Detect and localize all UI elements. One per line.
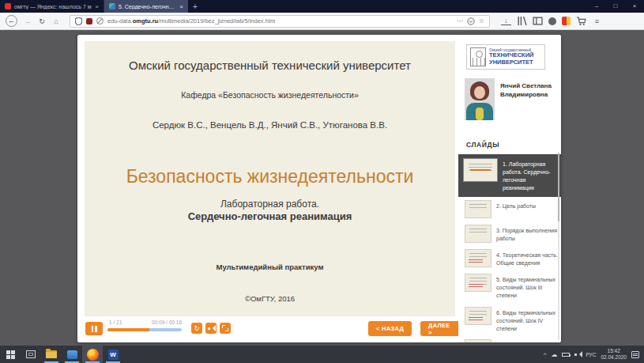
slide-thumbnail	[465, 225, 491, 243]
clock[interactable]: 15:42 02.04.2020	[601, 348, 627, 361]
screen: омгту — Яндекс: нашлось 7 м × 5. Сердечн…	[0, 0, 644, 363]
forward-button[interactable]: →	[21, 17, 35, 25]
tray-time: 15:42	[608, 348, 620, 354]
tab-title: 5. Сердечно-легочная реани...	[119, 4, 176, 9]
library-icon[interactable]	[517, 16, 527, 26]
windows-logo-icon	[6, 350, 15, 359]
tab-presentation[interactable]: 5. Сердечно-легочная реани... ×	[104, 0, 188, 13]
media-app-button[interactable]	[62, 346, 82, 363]
window-controls: – □ ×	[587, 0, 644, 13]
close-tab-icon[interactable]: ×	[95, 3, 99, 10]
progress-bar[interactable]	[107, 328, 182, 331]
audio-button[interactable]	[205, 323, 217, 334]
slide-item-7[interactable]: 7. Виды терминальных	[458, 336, 561, 342]
tracking-shield-icon[interactable]	[75, 17, 82, 25]
battery-icon[interactable]	[562, 353, 570, 357]
logo-line: УНИВЕРСИТЕТ	[489, 59, 533, 66]
start-button[interactable]	[0, 346, 21, 363]
prev-slide-button[interactable]: < НАЗАД	[368, 321, 412, 336]
time-display: 00:09 / 00:16	[147, 320, 182, 325]
downloads-icon[interactable]: ↓	[501, 17, 511, 25]
task-view-button[interactable]	[21, 346, 41, 363]
slide-thumbnail	[465, 274, 491, 292]
minimize-button[interactable]: –	[587, 0, 606, 13]
onedrive-cloud-icon[interactable]: ☁	[551, 351, 557, 358]
sidebar-scrollbar-thumb[interactable]	[558, 153, 559, 221]
cart-extension-icon[interactable]	[576, 16, 586, 26]
slides-sidebar: Омский государственный ТЕХНИЧЕСКИЙ УНИВЕ…	[458, 35, 561, 342]
slide-thumbnail	[465, 339, 491, 342]
speaker-icon	[208, 325, 214, 331]
browser-titlebar: омгту — Яндекс: нашлось 7 м × 5. Сердечн…	[0, 0, 644, 13]
tab-yandex-search[interactable]: омгту — Яндекс: нашлось 7 м ×	[0, 0, 104, 13]
maximize-button[interactable]: □	[606, 0, 625, 13]
slide-thumbnail	[465, 200, 491, 218]
back-button[interactable]: ←	[6, 15, 17, 27]
author-block: Янчий Светлана Владимировна	[465, 78, 561, 120]
close-tab-icon[interactable]: ×	[179, 3, 183, 10]
author-name: Янчий Светлана Владимировна	[500, 78, 554, 120]
copyright-label: ©ОмГТУ, 2016	[85, 294, 455, 303]
language-indicator[interactable]: РУС	[586, 352, 596, 357]
presentation-favicon-icon	[109, 3, 115, 9]
slide-item-3[interactable]: 3. Порядок выполнения работы	[458, 221, 561, 246]
home-button[interactable]: ⌂	[49, 17, 63, 25]
yandex-favicon-icon	[5, 3, 11, 9]
page-actions-icon[interactable]: ⋯	[457, 17, 463, 25]
player-progress-fill	[107, 328, 149, 331]
department-name: Кафедра «Безопасность жизнедеятельности»	[85, 90, 455, 100]
fullscreen-button[interactable]	[220, 323, 231, 334]
file-explorer-button[interactable]	[41, 346, 62, 363]
browser-toolbar: ← → ↻ ⌂ edu-data.omgtu.ru/multimedia/201…	[0, 13, 644, 30]
reload-button[interactable]: ↻	[35, 17, 49, 25]
extension-badge-icon[interactable]	[86, 18, 92, 25]
practicum-label: Мультимедийный практикум	[85, 263, 455, 271]
university-logo: Омский государственный ТЕХНИЧЕСКИЙ УНИВЕ…	[466, 44, 545, 70]
yandex-extension-icon[interactable]	[562, 17, 571, 25]
word-icon: W	[108, 350, 119, 360]
word-button[interactable]: W	[103, 346, 123, 363]
author-photo	[465, 78, 495, 120]
replay-button[interactable]: ↻	[191, 323, 202, 334]
system-tray: ^ ☁ РУС 15:42 02.04.2020	[544, 348, 644, 361]
address-bar[interactable]: edu-data.omgtu.ru/multimedia/2019/bez_ji…	[70, 15, 490, 28]
autoplay-blocked-icon[interactable]	[96, 17, 104, 25]
menu-icon[interactable]: ≡	[592, 16, 602, 26]
slide-title: Безопасность жизнедеятельности	[85, 166, 455, 187]
player-bar: 1 / 21 00:09 / 00:16 ↻ < НАЗАД ДАЛЕЕ >	[77, 316, 461, 342]
slide-item-5[interactable]: 5. Виды терминальных состояний. Шок III …	[458, 270, 561, 303]
sidebar-toggle-icon[interactable]	[533, 16, 543, 26]
folder-icon	[46, 350, 57, 358]
task-view-icon	[26, 350, 36, 358]
slide-item-1[interactable]: 1. Лабораторная работа. Сердечно-легочна…	[458, 154, 561, 197]
university-emblem-icon	[470, 47, 486, 66]
firefox-button[interactable]	[82, 346, 103, 363]
account-icon[interactable]	[548, 17, 556, 25]
taskbar: W ^ ☁ РУС 15:42 02.04.2020	[0, 346, 644, 363]
slide-counter: 1 / 21	[109, 320, 122, 325]
action-center-icon[interactable]	[631, 351, 639, 358]
slide-item-4[interactable]: 4. Теоретическая часть. Общие сведения	[458, 246, 561, 270]
pocket-icon[interactable]	[467, 17, 475, 25]
slide-thumbnail	[465, 249, 491, 267]
tray-chevron-icon[interactable]: ^	[544, 351, 547, 358]
toolbar-right-icons: ↓ ≡	[501, 16, 602, 26]
tray-date: 02.04.2020	[601, 354, 627, 360]
slide-item-6[interactable]: 6. Виды терминальных состояний. Шок IV с…	[458, 304, 561, 336]
bookmark-star-icon[interactable]: ☆	[479, 17, 484, 25]
new-tab-button[interactable]: +	[188, 0, 202, 13]
slide-item-2[interactable]: 2. Цель работы	[458, 197, 561, 221]
slide-subtitle-1: Лабораторная работа.	[85, 199, 455, 210]
university-name: Омский государственный технический униве…	[85, 59, 455, 72]
current-slide: Омский государственный технический униве…	[85, 41, 455, 316]
pause-button[interactable]	[85, 322, 103, 335]
next-slide-button[interactable]: ДАЛЕЕ >	[420, 321, 461, 336]
slide-subtitle-2: Сердечно-легочная реанимация	[85, 210, 455, 222]
slides-heading: СЛАЙДЫ	[466, 141, 561, 149]
slide-thumbnail	[463, 158, 498, 182]
close-window-button[interactable]: ×	[625, 0, 644, 13]
presentation-card: Омский государственный технический униве…	[77, 35, 561, 342]
slides-list: 1. Лабораторная работа. Сердечно-легочна…	[458, 154, 561, 342]
volume-icon[interactable]	[574, 351, 581, 357]
tab-title: омгту — Яндекс: нашлось 7 м	[14, 4, 92, 9]
